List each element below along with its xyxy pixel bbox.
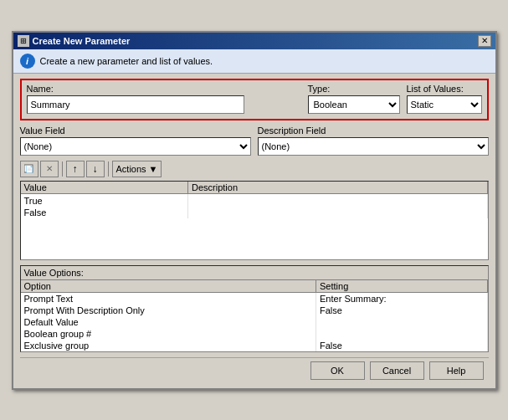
title-bar-left: ⊞ Create New Parameter bbox=[18, 35, 131, 47]
vo-row: Prompt With Description OnlyFalse bbox=[21, 305, 488, 316]
vo-cell-option: Default Value bbox=[21, 316, 316, 328]
description-field-label: Description Field bbox=[258, 125, 489, 136]
info-bar: i Create a new parameter and list of val… bbox=[13, 49, 495, 74]
dialog-content: Name: Type: Boolean String Integer Float… bbox=[13, 74, 495, 388]
value-table: Value Description TrueFalse bbox=[21, 182, 488, 218]
delete-button[interactable]: ✕ bbox=[40, 161, 59, 177]
move-up-button[interactable]: ↑ bbox=[66, 161, 85, 177]
type-group: Type: Boolean String Integer Float Date bbox=[308, 84, 400, 114]
vo-cell-option: Prompt Text bbox=[21, 292, 316, 305]
name-input[interactable] bbox=[27, 95, 244, 114]
description-field-group: Description Field (None) bbox=[258, 125, 489, 156]
title-bar: ⊞ Create New Parameter ✕ bbox=[13, 33, 495, 49]
add-button[interactable]: 📄 bbox=[20, 161, 38, 177]
table-header-row: Value Description bbox=[21, 182, 488, 194]
type-select[interactable]: Boolean String Integer Float Date bbox=[308, 95, 400, 114]
value-field-label: Value Field bbox=[20, 125, 251, 136]
name-type-section: Name: Type: Boolean String Integer Float… bbox=[20, 79, 489, 120]
add-icon: 📄 bbox=[24, 164, 34, 174]
value-options-table: Option Setting Prompt TextEnter Summary:… bbox=[21, 280, 488, 351]
vo-row: Prompt TextEnter Summary: bbox=[21, 292, 488, 305]
vo-header-row: Option Setting bbox=[21, 280, 488, 293]
dialog-icon: ⊞ bbox=[18, 35, 29, 47]
listofvalues-label: List of Values: bbox=[407, 84, 482, 94]
cell-value: False bbox=[21, 207, 188, 218]
vo-cell-option: Exclusive group bbox=[21, 340, 316, 351]
dialog-title: Create New Parameter bbox=[33, 36, 131, 46]
value-options-title: Value Options: bbox=[24, 268, 84, 278]
move-down-button[interactable]: ↓ bbox=[86, 161, 105, 177]
vo-cell-option: Prompt With Description Only bbox=[21, 305, 316, 316]
vo-cell-setting: False bbox=[316, 340, 487, 351]
vo-row: Default Value bbox=[21, 316, 488, 328]
listofvalues-select[interactable]: Static Dynamic bbox=[407, 95, 482, 114]
create-parameter-dialog: ⊞ Create New Parameter ✕ i Create a new … bbox=[12, 31, 497, 390]
vo-col-setting: Setting bbox=[316, 280, 487, 293]
table-row: True bbox=[21, 193, 488, 207]
svg-text:📄: 📄 bbox=[25, 165, 33, 173]
vo-row: Boolean group # bbox=[21, 328, 488, 340]
value-options-section: Value Options: Option Setting Prompt Tex… bbox=[20, 265, 489, 352]
actions-button[interactable]: Actions ▼ bbox=[112, 161, 162, 177]
col-description: Description bbox=[188, 182, 487, 194]
cancel-button[interactable]: Cancel bbox=[370, 361, 424, 380]
type-label: Type: bbox=[308, 84, 400, 94]
vo-cell-option: Boolean group # bbox=[21, 328, 316, 340]
value-toolbar: 📄 ✕ ↑ ↓ Actions ▼ bbox=[20, 159, 489, 179]
value-field-select[interactable]: (None) bbox=[20, 137, 251, 156]
listofvalues-group: List of Values: Static Dynamic bbox=[407, 84, 482, 114]
table-body: TrueFalse bbox=[21, 193, 488, 218]
vo-row: Exclusive groupFalse bbox=[21, 340, 488, 351]
vo-cell-setting: Enter Summary: bbox=[316, 292, 487, 305]
actions-arrow: ▼ bbox=[149, 164, 158, 174]
info-icon: i bbox=[20, 54, 35, 69]
value-table-container: Value Description TrueFalse bbox=[20, 181, 489, 260]
col-value: Value bbox=[21, 182, 188, 194]
actions-label: Actions bbox=[116, 164, 146, 174]
name-group: Name: bbox=[27, 84, 301, 114]
vo-cell-setting: False bbox=[316, 305, 487, 316]
cell-description bbox=[188, 207, 487, 218]
toolbar-separator bbox=[62, 161, 63, 177]
name-label: Name: bbox=[27, 84, 301, 94]
close-button[interactable]: ✕ bbox=[478, 35, 491, 47]
vo-cell-setting bbox=[316, 328, 487, 340]
description-field-select[interactable]: (None) bbox=[258, 137, 489, 156]
vo-cell-setting bbox=[316, 316, 487, 328]
value-options-header: Value Options: bbox=[21, 266, 488, 280]
cell-value: True bbox=[21, 193, 188, 207]
vo-body: Prompt TextEnter Summary:Prompt With Des… bbox=[21, 292, 488, 351]
cell-description bbox=[188, 193, 487, 207]
ok-button[interactable]: OK bbox=[310, 361, 365, 380]
field-selectors: Value Field (None) Description Field (No… bbox=[20, 125, 489, 156]
help-button[interactable]: Help bbox=[429, 361, 484, 380]
toolbar-separator-2 bbox=[108, 161, 109, 177]
value-field-group: Value Field (None) bbox=[20, 125, 251, 156]
table-row: False bbox=[21, 207, 488, 218]
info-message: Create a new parameter and list of value… bbox=[40, 56, 213, 66]
bottom-buttons: OK Cancel Help bbox=[20, 357, 489, 383]
vo-col-option: Option bbox=[21, 280, 316, 293]
